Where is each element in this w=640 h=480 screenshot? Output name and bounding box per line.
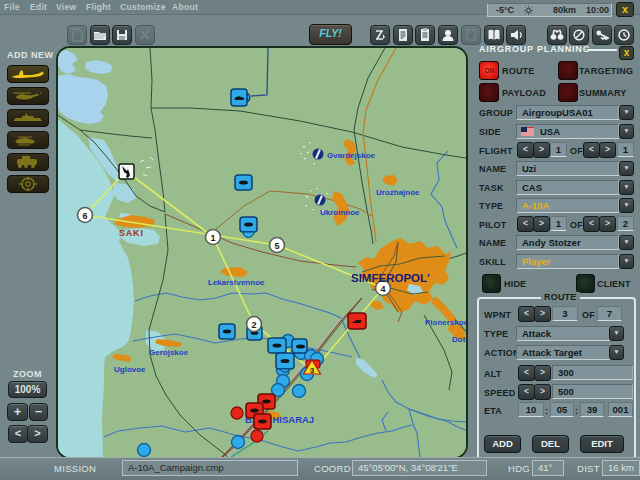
svg-text:3: 3 <box>310 366 315 375</box>
svg-text:Ukromnoe: Ukromnoe <box>320 208 360 217</box>
svg-text:Dot: Dot <box>452 335 466 344</box>
svg-text:1: 1 <box>210 233 215 243</box>
svg-text:Urozhajnoe: Urozhajnoe <box>376 188 420 197</box>
svg-text:4: 4 <box>380 284 385 294</box>
svg-text:Pionerskoe: Pionerskoe <box>425 318 466 327</box>
svg-text:Uglovoe: Uglovoe <box>114 365 146 374</box>
svg-text:SAKI: SAKI <box>119 228 144 238</box>
svg-text:Gvardejskoe: Gvardejskoe <box>327 151 376 160</box>
svg-text:Lekarstvennoe: Lekarstvennoe <box>208 278 265 287</box>
svg-text:2: 2 <box>251 320 256 330</box>
svg-text:5: 5 <box>274 241 279 251</box>
svg-text:6: 6 <box>82 211 87 221</box>
svg-text:SIMFEROPOL': SIMFEROPOL' <box>351 272 430 284</box>
svg-text:Gerojskoe: Gerojskoe <box>149 348 189 357</box>
